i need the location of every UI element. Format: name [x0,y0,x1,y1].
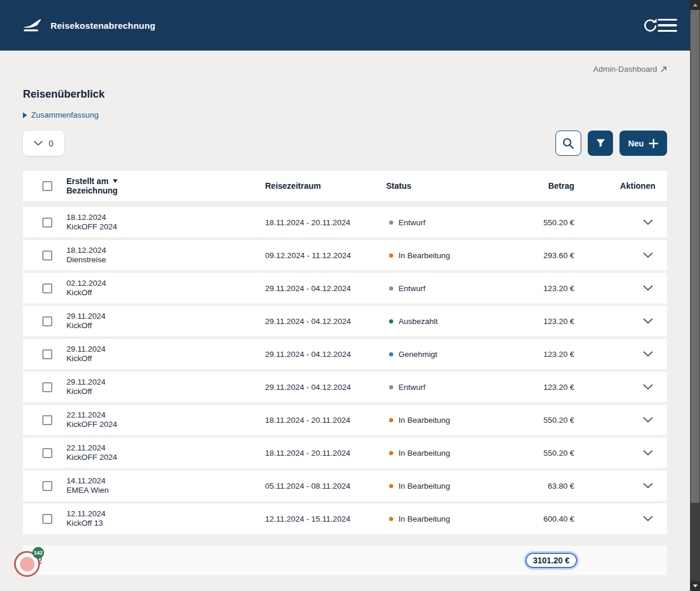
row-amount: 123.20 € [480,383,574,392]
notification-count-badge: 142 [32,547,44,559]
table-row[interactable]: 29.11.2024 KickOff 29.11.2024 - 04.12.20… [23,306,667,336]
row-expand-button[interactable] [643,219,653,225]
status-dot-icon [389,484,393,488]
widget-core-icon [20,557,35,572]
plane-logo-icon [22,18,42,33]
status-dot-icon [389,385,393,389]
hamburger-menu-button[interactable] [666,14,690,37]
row-expand-button[interactable] [643,351,653,357]
row-amount: 550.20 € [480,416,574,425]
table-row[interactable]: 29.11.2024 KickOff 29.11.2024 - 04.12.20… [23,372,667,402]
table-row[interactable]: 29.11.2024 KickOff 29.11.2024 - 04.12.20… [23,339,667,369]
row-period: 18.11.2024 - 20.11.2024 [265,218,386,227]
admin-dashboard-link[interactable]: Admin-Dashboard [593,65,667,74]
scrollbar-thumb[interactable] [691,10,699,503]
row-created-date: 29.11.2024 [66,312,265,321]
chevron-down-icon [643,351,653,357]
row-checkbox[interactable] [42,316,52,326]
select-all-checkbox[interactable] [42,181,52,191]
summary-expander[interactable]: Zusammenfassung [23,111,99,119]
row-status: In Bearbeitung [398,251,450,260]
column-actions: Aktionen [574,181,667,191]
column-created[interactable]: Erstellt am [66,176,109,186]
column-name[interactable]: Bezeichnung [66,186,265,195]
chevron-down-icon [643,384,653,390]
row-trip-name: KickOff 13 [66,519,265,528]
row-checkbox[interactable] [42,283,52,293]
vertical-scrollbar[interactable] [690,0,700,591]
table-row[interactable]: 18.12.2024 Dienstreise 09.12.2024 - 11.1… [23,240,667,271]
row-created-date: 22.11.2024 [66,410,265,420]
row-expand-button[interactable] [643,483,653,489]
notification-widget-button[interactable]: 142 [14,551,40,577]
scrollbar-up-button[interactable] [690,0,700,10]
row-status: Genehmigt [398,350,437,359]
chevron-down-icon [643,483,653,489]
row-checkbox[interactable] [42,448,52,458]
status-dot-icon [389,517,393,521]
status-dot-icon [389,221,393,225]
row-expand-button[interactable] [643,417,653,423]
filter-button[interactable] [588,131,613,156]
row-period: 29.11.2024 - 04.12.2024 [265,317,386,326]
row-trip-name: KickOFF 2024 [66,222,265,232]
arrow-up-icon [693,4,698,6]
status-dot-icon [389,451,393,455]
row-checkbox[interactable] [42,349,52,359]
row-expand-button[interactable] [643,285,653,291]
app-title: Reisekostenabrechnung [51,21,155,31]
selection-count-dropdown[interactable]: 0 [23,131,64,156]
row-checkbox[interactable] [42,382,52,392]
row-period: 29.11.2024 - 04.12.2024 [265,284,386,293]
total-amount-chip[interactable]: 3101.20 € [525,553,577,568]
row-created-date: 02.12.2024 [66,279,265,288]
row-checkbox[interactable] [42,481,52,491]
chevron-down-icon [643,285,653,291]
row-checkbox[interactable] [42,218,52,228]
row-created-date: 29.11.2024 [66,345,265,354]
status-dot-icon [389,286,393,291]
column-amount: Betrag [480,181,574,191]
new-button-label: Neu [628,139,644,148]
table-row[interactable]: 02.12.2024 KickOff 29.11.2024 - 04.12.20… [23,273,667,303]
hamburger-menu-icon [658,19,677,32]
row-created-date: 12.11.2024 [66,509,265,519]
table-row[interactable]: 22.11.2024 KickOFF 2024 18.11.2024 - 20.… [23,405,667,435]
row-amount: 123.20 € [480,317,574,326]
row-expand-button[interactable] [643,252,653,258]
row-trip-name: KickOff [66,354,265,363]
app-header: Reisekostenabrechnung [0,0,690,51]
table-row[interactable]: 12.11.2024 KickOff 13 12.11.2024 - 15.11… [23,503,667,534]
status-dot-icon [389,319,393,323]
search-button[interactable] [555,131,581,156]
status-dot-icon [389,253,393,258]
row-checkbox[interactable] [42,415,52,425]
row-amount: 600.40 € [480,515,574,523]
row-amount: 550.20 € [480,449,574,458]
search-icon [562,137,575,150]
row-trip-name: KickOff [66,321,265,330]
new-button[interactable]: Neu [619,131,667,156]
row-expand-button[interactable] [643,384,653,390]
row-expand-button[interactable] [643,318,653,324]
scrollbar-down-button[interactable] [690,581,700,591]
table-row[interactable]: 18.12.2024 KickOFF 2024 18.11.2024 - 20.… [23,207,667,238]
row-period: 29.11.2024 - 04.12.2024 [265,383,386,392]
sort-descending-icon [113,179,118,183]
selection-count: 0 [49,139,53,148]
row-checkbox[interactable] [42,251,52,261]
table-row[interactable]: 14.11.2024 EMEA Wien 05.11.2024 - 08.11.… [23,470,667,501]
row-checkbox[interactable] [42,514,52,524]
row-created-date: 29.11.2024 [66,378,265,387]
row-period: 09.12.2024 - 11.12.2024 [265,251,386,260]
row-amount: 550.20 € [480,218,574,227]
row-amount: 123.20 € [480,284,574,293]
row-expand-button[interactable] [643,450,653,456]
table-header-row: Erstellt am Bezeichnung Reisezeitraum St… [23,171,667,201]
row-created-date: 14.11.2024 [66,476,265,486]
row-created-date: 18.12.2024 [66,213,265,222]
page-title: Reisenüberblick [23,88,105,101]
row-expand-button[interactable] [643,516,653,522]
table-footer: 2 3101.20 € [23,546,667,575]
table-row[interactable]: 22.11.2024 KickOFF 2024 18.11.2024 - 20.… [23,438,667,468]
